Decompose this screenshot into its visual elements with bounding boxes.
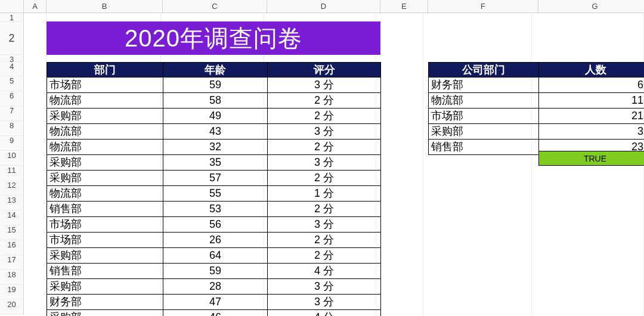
cell-dept[interactable]: 市场部: [47, 233, 163, 248]
row-header-12[interactable]: 12: [0, 181, 24, 196]
col-header-D[interactable]: D: [267, 0, 380, 13]
row-header-15[interactable]: 15: [0, 225, 24, 240]
cell-score[interactable]: 4 分: [268, 264, 381, 279]
row-header-3[interactable]: 3: [0, 55, 24, 62]
col-header-B[interactable]: B: [47, 0, 163, 13]
row-header-14[interactable]: 14: [0, 210, 24, 225]
select-all-corner[interactable]: [0, 0, 24, 13]
cell-age[interactable]: 47: [163, 295, 268, 310]
col-header-G[interactable]: G: [538, 0, 644, 13]
row-header-6[interactable]: 6: [0, 91, 24, 106]
cell-dept[interactable]: 财务部: [429, 78, 539, 93]
cell-dept[interactable]: 采购部: [47, 171, 163, 186]
cell-dept[interactable]: 物流部: [47, 186, 163, 202]
cell-count[interactable]: 69: [539, 78, 645, 93]
cell-score[interactable]: 2 分: [268, 93, 381, 109]
col-header-A[interactable]: A: [24, 0, 47, 13]
verify-result-cell[interactable]: TRUE: [538, 151, 644, 166]
cell-age[interactable]: 43: [163, 124, 268, 140]
row-header-4[interactable]: 4: [0, 62, 24, 76]
cell-age[interactable]: 55: [163, 186, 268, 202]
table-row: 采购部642 分: [47, 248, 381, 264]
row-header-7[interactable]: 7: [0, 106, 24, 121]
cell-age[interactable]: 58: [163, 93, 268, 109]
cell-dept[interactable]: 采购部: [47, 310, 163, 317]
cell-age[interactable]: 59: [163, 78, 268, 93]
row-header-18[interactable]: 18: [0, 270, 24, 285]
row-header-9[interactable]: 9: [0, 136, 24, 151]
table-row: 销售部532 分: [47, 202, 381, 217]
cell-age[interactable]: 26: [163, 233, 268, 248]
cell-dept[interactable]: 物流部: [47, 140, 163, 155]
cell-score[interactable]: 3 分: [268, 295, 381, 310]
main-header-score[interactable]: 评分: [268, 63, 381, 78]
cell-score[interactable]: 3 分: [268, 217, 381, 233]
cell-count[interactable]: 218: [539, 109, 645, 124]
table-row: 物流部582 分: [47, 93, 381, 109]
row-header-2[interactable]: 2: [0, 21, 24, 55]
col-header-C[interactable]: C: [163, 0, 267, 13]
col-header-E[interactable]: E: [380, 0, 428, 13]
col-header-F[interactable]: F: [428, 0, 538, 13]
cell-dept[interactable]: 采购部: [47, 248, 163, 264]
cell-dept[interactable]: 物流部: [47, 124, 163, 140]
cell-score[interactable]: 2 分: [268, 171, 381, 186]
row-header-17[interactable]: 17: [0, 255, 24, 270]
cell-score[interactable]: 2 分: [268, 109, 381, 124]
cell-dept[interactable]: 销售部: [47, 264, 163, 279]
cell-age[interactable]: 28: [163, 279, 268, 295]
side-header-count[interactable]: 人数: [539, 63, 645, 78]
row-header-11[interactable]: 11: [0, 166, 24, 181]
cell-score[interactable]: 3 分: [268, 124, 381, 140]
cell-dept[interactable]: 市场部: [429, 109, 539, 124]
table-row: 市场部593 分: [47, 78, 381, 93]
cell-dept[interactable]: 销售部: [47, 202, 163, 217]
cell-score[interactable]: 2 分: [268, 202, 381, 217]
cell-age[interactable]: 59: [163, 264, 268, 279]
main-header-dept[interactable]: 部门: [47, 63, 163, 78]
cell-age[interactable]: 64: [163, 248, 268, 264]
cell-dept[interactable]: 物流部: [47, 93, 163, 109]
cell-age[interactable]: 53: [163, 202, 268, 217]
cell-score[interactable]: 3 分: [268, 155, 381, 171]
side-header-dept[interactable]: 公司部门: [429, 63, 539, 78]
cell-score[interactable]: 1 分: [268, 186, 381, 202]
row-header-5[interactable]: 5: [0, 76, 24, 91]
row-header-1[interactable]: 1: [0, 13, 24, 21]
cell-score[interactable]: 2 分: [268, 248, 381, 264]
main-table-header-row: 部门 年龄 评分: [47, 63, 381, 78]
cell-score[interactable]: 2 分: [268, 233, 381, 248]
cell-score[interactable]: 3 分: [268, 279, 381, 295]
cell-age[interactable]: 56: [163, 217, 268, 233]
cell-age[interactable]: 32: [163, 140, 268, 155]
row-header-13[interactable]: 13: [0, 196, 24, 210]
cell-age[interactable]: 49: [163, 109, 268, 124]
cell-dept[interactable]: 财务部: [47, 295, 163, 310]
cell-score[interactable]: 3 分: [268, 78, 381, 93]
cell-score[interactable]: 2 分: [268, 140, 381, 155]
column-headers-row: A B C D E F G: [0, 0, 644, 13]
cell-age[interactable]: 57: [163, 171, 268, 186]
cell-dept[interactable]: 市场部: [47, 217, 163, 233]
main-header-age[interactable]: 年龄: [163, 63, 268, 78]
table-row: 采购部572 分: [47, 171, 381, 186]
row-header-19[interactable]: 19: [0, 285, 24, 300]
cell-age[interactable]: 35: [163, 155, 268, 171]
cell-score[interactable]: 4 分: [268, 310, 381, 317]
row-header-20[interactable]: 20: [0, 300, 24, 315]
cell-dept[interactable]: 销售部: [429, 140, 539, 155]
row-header-16[interactable]: 16: [0, 240, 24, 255]
survey-title[interactable]: 2020年调查问卷: [47, 21, 380, 55]
cell-age[interactable]: 46: [163, 310, 268, 317]
cell-count[interactable]: 39: [539, 124, 645, 140]
cell-dept[interactable]: 采购部: [47, 155, 163, 171]
cell-dept[interactable]: 采购部: [429, 124, 539, 140]
cell-dept[interactable]: 物流部: [429, 93, 539, 109]
cell-dept[interactable]: 市场部: [47, 78, 163, 93]
grid-area[interactable]: 2020年调查问卷 部门 年龄 评分 市场部593 分 物流部582 分 采购部…: [24, 13, 644, 316]
cell-dept[interactable]: 采购部: [47, 109, 163, 124]
cell-count[interactable]: 115: [539, 93, 645, 109]
row-header-10[interactable]: 10: [0, 151, 24, 166]
row-header-8[interactable]: 8: [0, 121, 24, 136]
cell-dept[interactable]: 采购部: [47, 279, 163, 295]
